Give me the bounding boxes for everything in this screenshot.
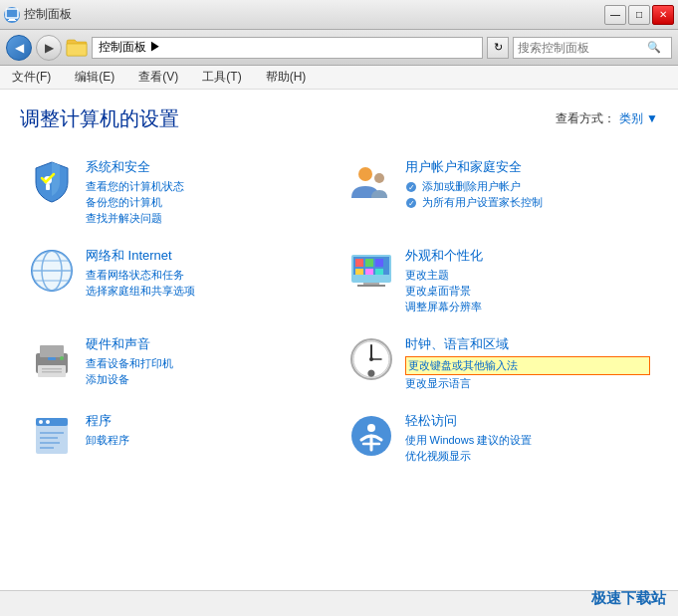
link-network-1[interactable]: 查看网络状态和任务 <box>86 268 332 283</box>
text-hardware: 硬件和声音 查看设备和打印机 添加设备 <box>86 335 332 388</box>
svg-text:⬤: ⬤ <box>367 369 375 377</box>
svg-rect-22 <box>355 259 363 267</box>
back-button[interactable]: ◀ <box>6 35 32 61</box>
icon-ease <box>347 412 395 460</box>
link-user-1[interactable]: ✓ 添加或删除用户帐户 <box>405 179 651 194</box>
section-network: 网络和 Internet 查看网络状态和任务 选择家庭组和共享选项 <box>20 237 339 325</box>
svg-rect-19 <box>353 275 389 279</box>
main-area: 调整计算机的设置 查看方式： 类别 ▼ <box>0 90 678 590</box>
link-appearance-3[interactable]: 调整屏幕分辨率 <box>405 300 651 314</box>
title-ease[interactable]: 轻松访问 <box>405 412 651 430</box>
link-hardware-2[interactable]: 添加设备 <box>86 372 332 387</box>
svg-rect-24 <box>375 259 383 267</box>
window-title: 控制面板 <box>24 6 72 23</box>
icon-network <box>28 247 76 295</box>
window-controls[interactable]: — □ ✕ <box>604 5 674 25</box>
view-type-button[interactable]: 类别 ▼ <box>619 110 658 127</box>
link-security-2[interactable]: 备份您的计算机 <box>86 195 332 210</box>
text-clock: 时钟、语言和区域 更改键盘或其他输入法 更改显示语言 <box>405 335 651 392</box>
link-network-2[interactable]: 选择家庭组和共享选项 <box>86 284 332 299</box>
minimize-button[interactable]: — <box>604 5 626 25</box>
icon-program <box>28 412 76 460</box>
text-user: 用户帐户和家庭安全 ✓ 添加或删除用户帐户 ✓ 为所有用户设置家长控制 <box>405 158 651 211</box>
link-appearance-1[interactable]: 更改主题 <box>405 268 651 283</box>
section-ease: 轻松访问 使用 Windows 建议的设置 优化视频显示 <box>339 402 659 475</box>
title-network[interactable]: 网络和 Internet <box>86 247 332 265</box>
title-appearance[interactable]: 外观和个性化 <box>405 247 651 265</box>
text-security: 系统和安全 查看您的计算机状态 备份您的计算机 查找并解决问题 <box>86 158 332 227</box>
folder-icon <box>66 39 88 57</box>
title-program[interactable]: 程序 <box>86 412 332 430</box>
section-user: 用户帐户和家庭安全 ✓ 添加或删除用户帐户 ✓ 为所有用户设置家长控制 <box>339 148 659 237</box>
icon-clock: ⬤ <box>347 335 395 383</box>
svg-rect-33 <box>48 357 56 360</box>
svg-rect-45 <box>40 432 64 434</box>
content-area: 调整计算机的设置 查看方式： 类别 ▼ <box>0 90 678 590</box>
menu-tools[interactable]: 工具(T) <box>198 67 245 88</box>
link-hardware-1[interactable]: 查看设备和打印机 <box>86 356 332 371</box>
svg-rect-0 <box>6 9 18 18</box>
svg-point-50 <box>367 424 375 432</box>
section-program: 程序 卸载程序 <box>20 402 339 475</box>
link-ease-2[interactable]: 优化视频显示 <box>405 449 651 464</box>
link-appearance-2[interactable]: 更改桌面背景 <box>405 284 651 299</box>
link-security-3[interactable]: 查找并解决问题 <box>86 211 332 226</box>
link-program-1[interactable]: 卸载程序 <box>86 433 332 448</box>
svg-rect-46 <box>40 437 58 439</box>
svg-point-43 <box>39 420 43 424</box>
search-icon[interactable]: 🔍 <box>647 41 661 54</box>
link-clock-2[interactable]: 更改显示语言 <box>405 376 651 391</box>
svg-rect-48 <box>40 447 54 449</box>
menu-file[interactable]: 文件(F) <box>8 67 55 88</box>
svg-rect-4 <box>46 184 50 190</box>
svg-rect-31 <box>42 368 62 370</box>
title-user[interactable]: 用户帐户和家庭安全 <box>405 158 651 176</box>
text-network: 网络和 Internet 查看网络状态和任务 选择家庭组和共享选项 <box>86 247 332 300</box>
title-bar: 控制面板 — □ ✕ <box>0 0 678 30</box>
content-header: 调整计算机的设置 查看方式： 类别 ▼ <box>20 105 658 132</box>
close-button[interactable]: ✕ <box>652 5 674 25</box>
icon-appearance <box>347 247 395 295</box>
svg-rect-27 <box>375 269 383 275</box>
app-icon <box>4 7 20 23</box>
section-security: 系统和安全 查看您的计算机状态 备份您的计算机 查找并解决问题 <box>20 148 339 237</box>
title-security[interactable]: 系统和安全 <box>86 158 332 176</box>
svg-text:✓: ✓ <box>407 183 414 192</box>
svg-rect-32 <box>42 371 62 373</box>
menu-view[interactable]: 查看(V) <box>134 67 182 88</box>
title-hardware[interactable]: 硬件和声音 <box>86 335 332 353</box>
menu-bar: 文件(F) 编辑(E) 查看(V) 工具(T) 帮助(H) <box>0 66 678 90</box>
svg-rect-2 <box>8 20 16 21</box>
watermark: 极速下载站 <box>591 589 666 608</box>
link-security-1[interactable]: 查看您的计算机状态 <box>86 179 332 194</box>
svg-rect-25 <box>355 269 363 275</box>
refresh-button[interactable]: ↻ <box>487 37 509 59</box>
text-program: 程序 卸载程序 <box>86 412 332 449</box>
menu-help[interactable]: 帮助(H) <box>262 67 311 88</box>
svg-rect-47 <box>40 442 60 444</box>
title-bar-left: 控制面板 <box>4 6 72 23</box>
link-user-2[interactable]: ✓ 为所有用户设置家长控制 <box>405 195 651 210</box>
text-ease: 轻松访问 使用 Windows 建议的设置 优化视频显示 <box>405 412 651 465</box>
search-box[interactable]: 🔍 <box>513 37 672 59</box>
svg-point-16 <box>32 251 72 291</box>
svg-point-39 <box>369 357 373 361</box>
svg-point-44 <box>46 420 50 424</box>
status-bar <box>0 590 678 616</box>
title-clock[interactable]: 时钟、语言和区域 <box>405 335 651 353</box>
svg-rect-21 <box>357 285 385 287</box>
search-input[interactable] <box>518 41 647 55</box>
icon-user <box>347 158 395 206</box>
menu-edit[interactable]: 编辑(E) <box>71 67 118 88</box>
link-clock-1[interactable]: 更改键盘或其他输入法 <box>405 356 651 375</box>
maximize-button[interactable]: □ <box>628 5 650 25</box>
forward-button[interactable]: ▶ <box>36 35 62 61</box>
address-path[interactable]: 控制面板 ▶ <box>92 37 483 59</box>
section-hardware: 硬件和声音 查看设备和打印机 添加设备 <box>20 325 339 402</box>
section-clock: ⬤ 时钟、语言和区域 更改键盘或其他输入法 更改显示语言 <box>339 325 659 402</box>
text-appearance: 外观和个性化 更改主题 更改桌面背景 调整屏幕分辨率 <box>405 247 651 315</box>
icon-security <box>28 158 76 206</box>
svg-point-5 <box>358 167 372 181</box>
svg-rect-29 <box>40 345 64 357</box>
link-ease-1[interactable]: 使用 Windows 建议的设置 <box>405 433 651 448</box>
